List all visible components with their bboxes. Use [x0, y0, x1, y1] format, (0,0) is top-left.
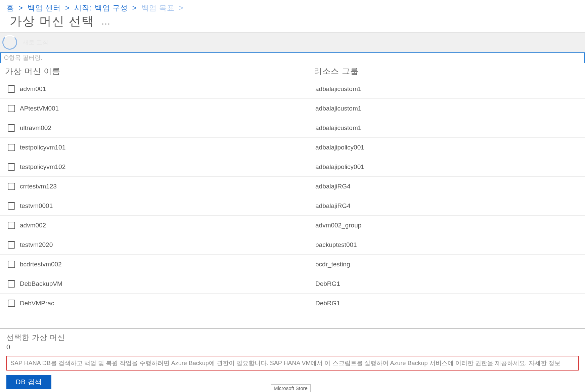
column-header-rg[interactable]: 리소스 그룹: [314, 66, 580, 77]
vm-name: DebBackupVM: [20, 280, 315, 288]
spinner-icon: [2, 35, 17, 50]
ms-store-popup[interactable]: Microsoft Store: [271, 384, 311, 392]
vm-name: crrtestvm123: [20, 183, 315, 190]
more-icon[interactable]: …: [101, 16, 111, 27]
row-checkbox[interactable]: [8, 280, 15, 288]
table-row[interactable]: advm002advm002_group: [0, 216, 585, 235]
table-row[interactable]: testpolicyvm102adbalajipolicy001: [0, 157, 585, 177]
vm-name: advm001: [20, 85, 315, 93]
selected-section: 선택한 가상 머신 0: [0, 329, 585, 353]
breadcrumb-item[interactable]: 백업 목표: [141, 4, 175, 12]
title-row: 가상 머신 선택 …: [0, 13, 585, 32]
loading-text: 새로 고침: [22, 38, 48, 46]
table-row[interactable]: ultravm002adbalajicustom1: [0, 118, 585, 138]
row-checkbox[interactable]: [8, 261, 15, 268]
resource-group: backuptest001: [315, 241, 577, 249]
resource-group: adbalajipolicy001: [315, 163, 577, 171]
discover-db-button[interactable]: DB 검색: [6, 375, 51, 389]
page-root: 홈 > 백업 센터 > 시작: 백업 구성 > 백업 목표 > 가상 머신 선택…: [0, 0, 585, 392]
table-row[interactable]: testpolicyvm101adbalajipolicy001: [0, 138, 585, 157]
selected-count: 0: [6, 343, 579, 351]
row-checkbox[interactable]: [8, 222, 15, 229]
filter-input[interactable]: [4, 54, 581, 61]
table-row[interactable]: testvm0001adbalajiRG4: [0, 196, 585, 216]
loading-bar: 새로 고침: [0, 32, 585, 52]
row-checkbox[interactable]: [8, 202, 15, 210]
vm-name: ultravm002: [20, 124, 315, 132]
chevron-right-icon: >: [16, 4, 26, 12]
table-body: advm001adbalajicustom1APtestVM001adbalaj…: [0, 79, 585, 329]
row-checkbox[interactable]: [8, 183, 15, 190]
vm-name: APtestVM001: [20, 105, 315, 112]
resource-group: adbalajiRG4: [315, 183, 577, 190]
table-row[interactable]: DebBackupVMDebRG1: [0, 274, 585, 294]
resource-group: adbalajicustom1: [315, 85, 577, 93]
chevron-right-icon: >: [63, 4, 72, 12]
row-checkbox[interactable]: [8, 163, 15, 171]
resource-group: adbalajicustom1: [315, 105, 577, 112]
chevron-right-icon: >: [130, 4, 139, 12]
chevron-right-icon: >: [177, 4, 184, 12]
page-title: 가상 머신 선택: [10, 13, 94, 30]
row-checkbox[interactable]: [8, 144, 15, 151]
selected-label: 선택한 가상 머신: [6, 333, 579, 343]
row-checkbox[interactable]: [8, 300, 15, 307]
resource-group: bcdr_testing: [315, 261, 577, 268]
table-row[interactable]: bcdrtestvm002bcdr_testing: [0, 255, 585, 274]
table-header: 가상 머신 이름 리소스 그룹: [0, 63, 585, 79]
resource-group: adbalajiRG4: [315, 202, 577, 210]
breadcrumb: 홈 > 백업 센터 > 시작: 백업 구성 > 백업 목표 >: [0, 0, 585, 13]
vm-name: DebVMPrac: [20, 300, 315, 307]
table-row[interactable]: crrtestvm123adbalajiRG4: [0, 177, 585, 196]
filter-wrap: [0, 52, 585, 63]
breadcrumb-item[interactable]: 백업 센터: [28, 4, 61, 12]
table-row[interactable]: testvm2020backuptest001: [0, 235, 585, 255]
resource-group: DebRG1: [315, 280, 577, 288]
resource-group: adbalajipolicy001: [315, 144, 577, 151]
row-checkbox[interactable]: [8, 241, 15, 249]
table-row[interactable]: DebVMPracDebRG1: [0, 294, 585, 313]
row-checkbox[interactable]: [8, 124, 15, 132]
resource-group: adbalajicustom1: [315, 124, 577, 132]
vm-name: testvm2020: [20, 241, 315, 249]
row-checkbox[interactable]: [8, 105, 15, 112]
table-row[interactable]: APtestVM001adbalajicustom1: [0, 99, 585, 118]
info-note: SAP HANA DB를 검색하고 백업 및 복원 작업을 수행하려면 Azur…: [6, 356, 579, 371]
breadcrumb-item[interactable]: 홈: [6, 4, 14, 12]
vm-name: testpolicyvm101: [20, 144, 315, 151]
vm-name: testpolicyvm102: [20, 163, 315, 171]
vm-name: testvm0001: [20, 202, 315, 210]
breadcrumb-item[interactable]: 시작: 백업 구성: [74, 4, 128, 12]
resource-group: DebRG1: [315, 300, 577, 307]
vm-name: bcdrtestvm002: [20, 261, 315, 268]
table-row[interactable]: advm001adbalajicustom1: [0, 79, 585, 99]
resource-group: advm002_group: [315, 222, 577, 229]
column-header-name[interactable]: 가상 머신 이름: [5, 66, 314, 77]
vm-name: advm002: [20, 222, 315, 229]
row-checkbox[interactable]: [8, 85, 15, 93]
bottom-bar: DB 검색 Microsoft Store: [0, 373, 585, 392]
